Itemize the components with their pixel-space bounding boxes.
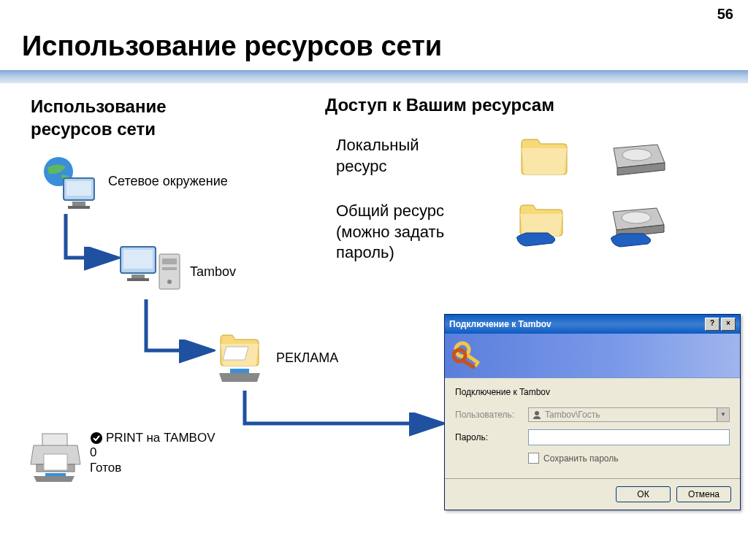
svg-rect-9 [131, 275, 145, 278]
svg-rect-8 [123, 250, 153, 269]
network-places-label: Сетевое окружение [108, 174, 228, 189]
svg-rect-16 [42, 434, 67, 447]
printer-status: Готов [90, 461, 215, 475]
save-password-label: Сохранить пароль [543, 453, 618, 464]
svg-point-1 [622, 212, 651, 223]
arrow-1 [58, 210, 124, 276]
user-dropdown-value: Tambov\Гость [529, 408, 717, 421]
svg-point-26 [535, 411, 539, 415]
printer-block: PRINT на TAMBOV 0 Готов [29, 431, 215, 482]
title-gradient-bar [0, 70, 748, 83]
printer-name: PRINT на TAMBOV [106, 431, 215, 445]
shared-drive-icon [603, 203, 672, 256]
dialog-title-buttons: ? × [705, 318, 736, 331]
shared-resource-text: Общий ресурс (можно задать пароль) [336, 201, 482, 264]
user-label: Пользователь: [455, 410, 528, 420]
share-label: РЕКЛАМА [276, 350, 338, 366]
folder-icon [519, 134, 570, 177]
svg-rect-15 [230, 369, 249, 373]
svg-point-20 [91, 432, 102, 444]
password-row: Пароль: [455, 429, 730, 445]
subtitle-right: Доступ к Вашим ресурсам [325, 95, 554, 115]
dialog-body-title: Подключение к Tambov [455, 387, 730, 397]
printer-info: PRINT на TAMBOV 0 Готов [90, 431, 215, 475]
dialog-title: Подключение к Tambov [449, 319, 552, 329]
password-input[interactable] [528, 429, 730, 445]
user-dropdown[interactable]: Tambov\Гость ▼ [528, 407, 730, 422]
subtitle-left-text: Использование ресурсов сети [31, 95, 221, 140]
svg-rect-12 [162, 258, 177, 264]
dialog-footer: ОК Отмена [445, 478, 740, 510]
user-icon [532, 410, 542, 420]
dialog-body: Подключение к Tambov Пользователь: Tambo… [445, 378, 740, 478]
save-password-row[interactable]: Сохранить пароль [528, 453, 730, 464]
svg-point-0 [622, 149, 652, 161]
computer-label: Tambov [190, 264, 236, 280]
save-password-checkbox[interactable] [528, 453, 539, 464]
printer-icon [29, 431, 84, 482]
shared-folder-icon [511, 201, 573, 256]
svg-rect-6 [68, 206, 90, 209]
network-places-icon [40, 153, 102, 212]
printer-jobs: 0 [90, 445, 215, 460]
cancel-button[interactable]: Отмена [676, 486, 731, 502]
svg-rect-13 [162, 267, 177, 270]
network-share-icon [212, 332, 270, 387]
user-value-text: Tambov\Гость [545, 410, 600, 420]
arrow-3 [237, 387, 449, 438]
connect-dialog: Подключение к Tambov ? × Подключение к T… [444, 314, 741, 510]
local-resource-label: Локальный ресурс [336, 135, 468, 177]
arrow-2 [139, 296, 219, 365]
subtitle-left: Использование ресурсов сети [31, 95, 221, 140]
local-resource-text: Локальный ресурс [336, 135, 468, 177]
keys-icon [452, 340, 487, 372]
svg-rect-5 [72, 202, 85, 206]
password-label: Пароль: [455, 432, 528, 442]
check-badge-icon [90, 431, 103, 445]
dialog-header-banner [445, 334, 740, 378]
ok-button[interactable]: ОК [616, 486, 671, 502]
svg-rect-10 [127, 278, 149, 281]
page-number: 56 [717, 6, 733, 23]
page-title: Использование ресурсов сети [22, 31, 442, 62]
dialog-titlebar[interactable]: Подключение к Tambov ? × [445, 315, 740, 334]
svg-point-14 [167, 280, 172, 284]
svg-rect-18 [44, 454, 67, 470]
drive-icon [606, 137, 668, 177]
svg-rect-4 [66, 181, 91, 196]
help-button[interactable]: ? [705, 318, 720, 331]
dropdown-arrow-icon[interactable]: ▼ [717, 408, 729, 421]
close-button[interactable]: × [721, 318, 736, 331]
computer-icon [117, 241, 186, 296]
user-row: Пользователь: Tambov\Гость ▼ [455, 407, 730, 422]
shared-resource-label: Общий ресурс (можно задать пароль) [336, 201, 482, 264]
